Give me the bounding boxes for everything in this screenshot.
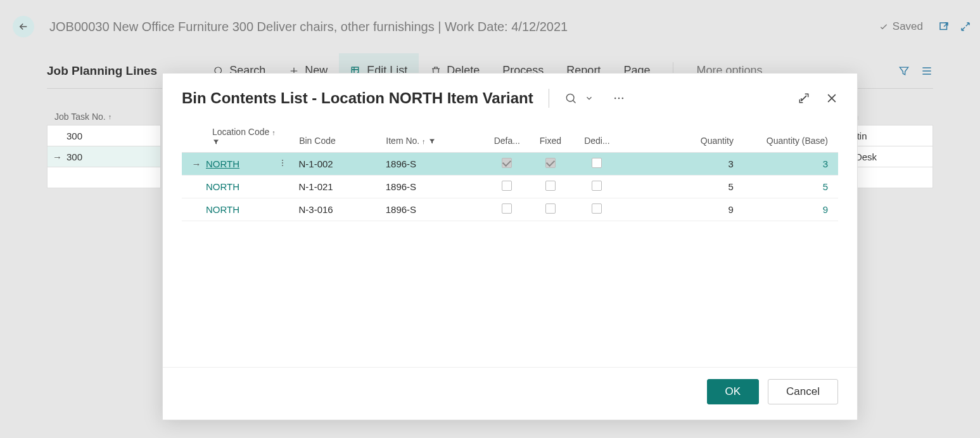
- svg-rect-0: [940, 23, 947, 30]
- more-icon[interactable]: [613, 92, 625, 105]
- collapse-icon[interactable]: [960, 21, 971, 32]
- grid-row[interactable]: →NORTHN-1-0021896-S33: [182, 153, 838, 176]
- svg-point-8: [283, 162, 284, 164]
- item-no-value: 1896-S: [386, 158, 485, 169]
- dedicated-checkbox[interactable]: [592, 203, 602, 214]
- close-icon[interactable]: [825, 92, 838, 105]
- item-no-value: 1896-S: [386, 181, 485, 192]
- page-title: JOB00030 New Office Furniture 300 Delive…: [49, 20, 879, 34]
- dialog-search-icon[interactable]: [564, 92, 577, 105]
- col-header-location[interactable]: Location Code ↑: [187, 127, 299, 146]
- col-header-bin[interactable]: Bin Code: [299, 136, 386, 146]
- quantity-value: 9: [621, 204, 739, 215]
- default-checkbox[interactable]: [502, 158, 512, 168]
- sort-asc-icon: ↑: [272, 129, 276, 136]
- section-title: Job Planning Lines: [47, 64, 157, 78]
- popout-icon[interactable]: [938, 21, 950, 32]
- fixed-checkbox[interactable]: [545, 158, 556, 168]
- quantity-base-link[interactable]: 5: [740, 181, 833, 192]
- quantity-base-link[interactable]: 3: [740, 158, 833, 169]
- fixed-checkbox[interactable]: [545, 181, 556, 191]
- col-header-item[interactable]: Item No. ↑: [386, 136, 485, 146]
- svg-point-4: [614, 98, 616, 100]
- ok-button[interactable]: OK: [707, 379, 760, 404]
- sort-asc-icon: ↑: [108, 113, 112, 120]
- quantity-value: 5: [621, 181, 739, 192]
- svg-point-3: [566, 94, 574, 101]
- svg-point-5: [618, 98, 620, 100]
- col-header-dedicated[interactable]: Dedi...: [572, 136, 621, 146]
- saved-label: Saved: [893, 20, 923, 33]
- arrow-left-icon: [18, 21, 29, 32]
- quantity-base-link[interactable]: 9: [740, 204, 833, 215]
- row-indicator-icon: →: [187, 158, 206, 169]
- col-header-quantity[interactable]: Quantity: [622, 136, 740, 146]
- list-icon[interactable]: [920, 65, 933, 77]
- svg-point-7: [283, 160, 284, 161]
- bin-code-value: N-3-016: [298, 204, 385, 215]
- svg-point-9: [283, 165, 284, 166]
- dedicated-checkbox[interactable]: [592, 181, 602, 191]
- col-header-default[interactable]: Defa...: [485, 136, 529, 146]
- col-header-item-label: Item No.: [386, 136, 419, 146]
- bg-header-task[interactable]: Job Task No. ↑: [47, 108, 161, 126]
- chevron-down-icon[interactable]: [585, 94, 594, 103]
- bin-code-value: N-1-021: [298, 181, 385, 192]
- dialog-title: Bin Contents List - Location NORTH Item …: [182, 89, 533, 107]
- bg-header-task-label: Job Task No.: [54, 112, 106, 122]
- dedicated-checkbox[interactable]: [592, 158, 602, 168]
- check-icon: [879, 22, 889, 32]
- col-header-location-label: Location Code: [212, 127, 269, 137]
- bin-code-value: N-1-002: [298, 158, 385, 169]
- row-menu-icon[interactable]: [278, 158, 287, 169]
- task-no-value: 300: [67, 151, 82, 162]
- maximize-icon[interactable]: [798, 92, 810, 105]
- grid-row[interactable]: NORTHN-1-0211896-S55: [182, 176, 838, 198]
- separator: [549, 89, 549, 108]
- filter-applied-icon[interactable]: [428, 138, 436, 145]
- location-link[interactable]: NORTH: [206, 204, 239, 215]
- item-no-value: 1896-S: [386, 204, 485, 215]
- grid-row[interactable]: NORTHN-3-0161896-S99: [182, 198, 838, 221]
- svg-point-6: [621, 98, 623, 100]
- bg-task-cell[interactable]: 300: [47, 125, 161, 146]
- location-link[interactable]: NORTH: [206, 158, 239, 169]
- bg-empty-cell: [47, 167, 161, 188]
- default-checkbox[interactable]: [502, 203, 512, 214]
- bg-task-cell[interactable]: →300: [47, 146, 161, 167]
- quantity-value: 3: [621, 158, 739, 169]
- default-checkbox[interactable]: [502, 181, 512, 191]
- filter-applied-icon[interactable]: [212, 138, 299, 146]
- col-header-quantity-base[interactable]: Quantity (Base): [740, 136, 833, 146]
- grid-header-row: Location Code ↑ Bin Code Item No. ↑ Defa…: [182, 120, 838, 153]
- col-header-fixed[interactable]: Fixed: [529, 136, 573, 146]
- row-indicator-icon: →: [53, 151, 62, 162]
- filter-icon[interactable]: [898, 65, 910, 77]
- task-no-value: 300: [67, 131, 82, 141]
- sort-asc-icon: ↑: [422, 138, 426, 145]
- bin-contents-dialog: Bin Contents List - Location NORTH Item …: [162, 73, 858, 420]
- saved-indicator: Saved: [879, 20, 923, 33]
- location-link[interactable]: NORTH: [206, 181, 239, 192]
- cancel-button[interactable]: Cancel: [768, 379, 838, 404]
- back-button[interactable]: [13, 16, 34, 37]
- fixed-checkbox[interactable]: [545, 203, 556, 214]
